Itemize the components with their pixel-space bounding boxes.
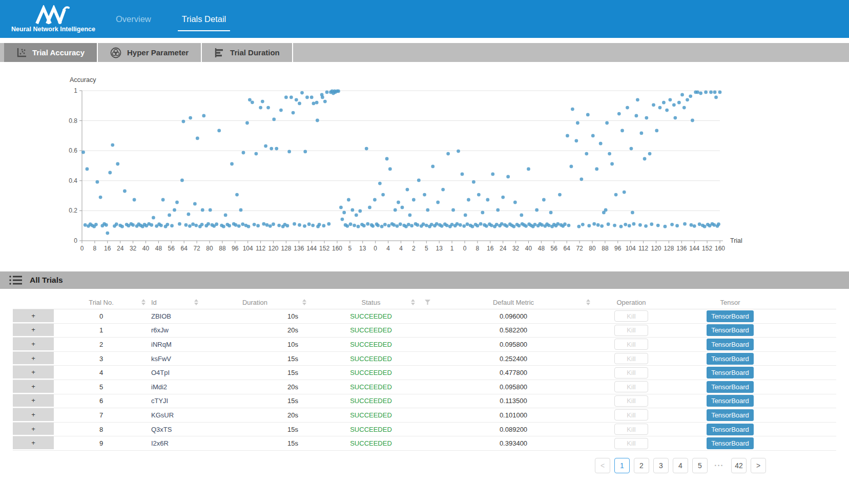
scatter-point[interactable] (570, 165, 573, 169)
scatter-point[interactable] (506, 175, 510, 178)
scatter-point[interactable] (623, 191, 626, 194)
scatter-point[interactable] (517, 224, 521, 227)
scatter-point[interactable] (380, 225, 384, 228)
scatter-point[interactable] (496, 208, 500, 212)
scatter-point[interactable] (440, 224, 444, 228)
scatter-point[interactable] (311, 224, 315, 227)
scatter-point[interactable] (436, 201, 440, 204)
scatter-point[interactable] (161, 198, 165, 202)
scatter-point[interactable] (287, 150, 291, 154)
scatter-point[interactable] (451, 208, 455, 212)
scatter-point[interactable] (159, 224, 163, 227)
scatter-point[interactable] (230, 162, 234, 166)
scatter-point[interactable] (196, 136, 199, 140)
scatter-point[interactable] (709, 91, 713, 94)
scatter-point[interactable] (412, 198, 416, 202)
scatter-point[interactable] (614, 193, 618, 197)
scatter-point[interactable] (371, 224, 375, 228)
kill-button[interactable]: Kill (614, 310, 648, 322)
scatter-point[interactable] (450, 223, 454, 226)
scatter-point[interactable] (696, 91, 699, 94)
scatter-point[interactable] (187, 213, 191, 216)
scatter-point[interactable] (206, 222, 210, 226)
scatter-point[interactable] (636, 98, 639, 101)
scatter-point[interactable] (416, 223, 419, 227)
scatter-point[interactable] (650, 222, 653, 226)
scatter-point[interactable] (441, 188, 445, 192)
scatter-point[interactable] (682, 106, 686, 110)
nav-tab-trials-detail[interactable]: Trials Detail (181, 12, 227, 26)
scatter-point[interactable] (619, 225, 623, 228)
scatter-point[interactable] (461, 173, 464, 176)
scatter-point[interactable] (385, 157, 389, 161)
scatter-point[interactable] (599, 142, 603, 145)
page-button-3[interactable]: 3 (653, 458, 669, 473)
scatter-point[interactable] (638, 223, 642, 227)
scatter-point[interactable] (261, 100, 264, 103)
scatter-point[interactable] (315, 101, 319, 104)
scatter-point[interactable] (527, 167, 530, 171)
scatter-point[interactable] (253, 223, 256, 226)
scatter-point[interactable] (399, 222, 402, 226)
scatter-point[interactable] (397, 201, 400, 204)
scatter-point[interactable] (373, 198, 377, 202)
scatter-point[interactable] (658, 106, 662, 110)
scatter-point[interactable] (184, 223, 188, 227)
scatter-point[interactable] (289, 95, 293, 99)
page-button-5[interactable]: 5 (692, 458, 708, 473)
scatter-point[interactable] (631, 211, 634, 215)
kill-button[interactable]: Kill (614, 353, 648, 364)
scatter-point[interactable] (365, 147, 368, 151)
scatter-point[interactable] (235, 193, 239, 197)
scatter-point[interactable] (596, 223, 600, 227)
scatter-point[interactable] (699, 92, 702, 95)
kill-button[interactable]: Kill (614, 381, 648, 392)
scatter-point[interactable] (500, 222, 504, 226)
scatter-point[interactable] (265, 223, 269, 227)
filter-icon[interactable] (425, 300, 430, 305)
scatter-point[interactable] (350, 208, 354, 212)
scatter-point[interactable] (396, 224, 399, 228)
sort-icon[interactable] (411, 299, 415, 305)
scatter-point[interactable] (387, 224, 390, 227)
scatter-point[interactable] (339, 206, 343, 209)
scatter-point[interactable] (592, 222, 596, 226)
scatter-point[interactable] (455, 222, 459, 226)
page-button-4[interactable]: 4 (673, 458, 688, 473)
scatter-point[interactable] (587, 224, 591, 227)
expander-button[interactable]: + (13, 309, 54, 323)
tensorboard-button[interactable]: TensorBoard (707, 381, 754, 393)
scatter-point[interactable] (173, 208, 176, 212)
scatter-point[interactable] (237, 224, 241, 228)
scatter-point[interactable] (426, 208, 429, 212)
scatter-point[interactable] (188, 224, 192, 228)
scatter-point[interactable] (476, 224, 480, 227)
scatter-point[interactable] (366, 222, 369, 226)
expander-button[interactable]: + (13, 408, 54, 422)
scatter-point[interactable] (358, 209, 362, 213)
scatter-point[interactable] (406, 188, 409, 192)
expander-button[interactable]: + (13, 380, 54, 394)
scatter-point[interactable] (298, 102, 301, 106)
scatter-point[interactable] (481, 211, 484, 215)
scatter-point[interactable] (431, 165, 434, 169)
scatter-point[interactable] (558, 193, 562, 197)
scatter-point[interactable] (479, 222, 483, 226)
scatter-point[interactable] (310, 95, 314, 99)
scatter-point[interactable] (632, 222, 636, 226)
sort-icon[interactable] (586, 299, 590, 305)
scatter-point[interactable] (165, 223, 169, 226)
scatter-point[interactable] (293, 222, 296, 226)
scatter-point[interactable] (312, 102, 316, 106)
scatter-point[interactable] (248, 98, 252, 101)
scatter-point[interactable] (620, 129, 624, 133)
scatter-point[interactable] (170, 224, 174, 227)
scatter-point[interactable] (591, 134, 595, 138)
scatter-point[interactable] (392, 223, 396, 227)
scatter-point[interactable] (357, 225, 360, 228)
scatter-point[interactable] (423, 193, 426, 197)
expander-button[interactable]: + (13, 324, 54, 338)
scatter-point[interactable] (376, 224, 380, 227)
scatter-point[interactable] (665, 109, 669, 112)
sort-icon[interactable] (141, 299, 146, 305)
